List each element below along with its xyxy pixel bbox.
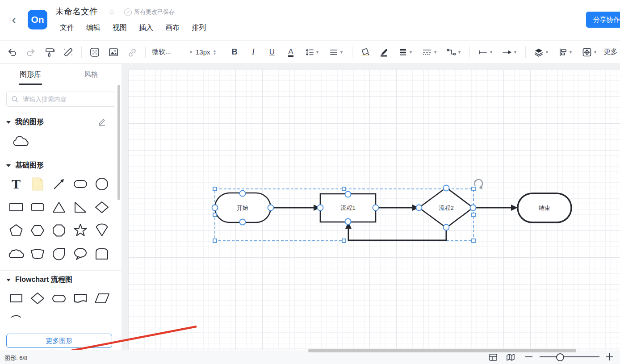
shape-hexagon[interactable] <box>27 221 48 240</box>
toolbar-more-button[interactable]: 更多 <box>603 47 618 57</box>
node-label-process1[interactable]: 流程1 <box>340 204 355 212</box>
zoom-out-button[interactable] <box>525 356 532 357</box>
shape-triangle[interactable] <box>48 198 70 217</box>
more-shapes-button[interactable]: 更多图形 <box>6 334 112 348</box>
shape-stadium[interactable] <box>70 175 91 193</box>
shape-decision[interactable] <box>27 289 48 308</box>
svg-text:T: T <box>12 176 21 191</box>
shape-sector[interactable] <box>91 221 113 240</box>
shape-circle[interactable] <box>91 175 113 193</box>
sidebar-tabs: 图形库 风格 <box>0 64 121 85</box>
underline-button[interactable]: U <box>263 44 281 60</box>
line-width-button[interactable]: ▼ <box>394 44 418 60</box>
shape-my-cloud[interactable] <box>12 133 31 149</box>
menu-arrange[interactable]: 排列 <box>192 23 206 33</box>
edit-pencil-icon[interactable] <box>97 117 106 128</box>
search-input[interactable] <box>22 95 104 103</box>
line-start-arrow-button[interactable]: ▼ <box>473 44 498 60</box>
horizontal-scrollbar[interactable] <box>308 349 576 352</box>
app-logo[interactable]: On <box>28 10 47 29</box>
shape-diamond[interactable] <box>91 198 113 217</box>
node-label-start[interactable]: 开始 <box>237 204 248 212</box>
section-title: 基础图形 <box>15 161 44 170</box>
share-collaborate-button[interactable]: 分享协作 <box>586 12 620 28</box>
shape-cloud[interactable] <box>5 244 27 263</box>
undo-button[interactable] <box>3 44 21 60</box>
insert-image-button[interactable] <box>104 44 123 60</box>
zoom-in-button[interactable] <box>606 353 613 360</box>
fill-color-button[interactable] <box>356 44 375 60</box>
font-family-select[interactable]: 微软...▼ <box>149 44 196 60</box>
shape-text[interactable]: T <box>5 175 27 193</box>
shape-partial[interactable] <box>5 312 27 318</box>
favorite-star-icon[interactable]: ☆ <box>109 7 115 17</box>
shape-search-box[interactable] <box>6 92 115 107</box>
collapse-triangle-icon[interactable] <box>6 279 11 281</box>
font-color-button[interactable]: A <box>281 44 300 60</box>
basic-shapes-grid: T <box>0 173 121 266</box>
flowchart-shapes-header[interactable]: Flowchart 流程图 <box>0 271 121 287</box>
position-button[interactable]: ▼ <box>578 44 602 60</box>
shape-right-triangle[interactable] <box>70 198 91 217</box>
menu-view[interactable]: 视图 <box>113 23 127 33</box>
font-size-input[interactable]: 13px▲▼ <box>196 44 225 60</box>
transparency-button[interactable] <box>85 44 104 60</box>
toolbar: 微软...▼ 13px▲▼ B I U A ▼ ▼ ▼ ▼ ▼ ▼ ▼ ▼ ▼ … <box>0 40 620 64</box>
font-size-stepper[interactable]: ▲▼ <box>213 49 217 55</box>
page-layout-icon[interactable] <box>489 353 498 364</box>
shape-terminator[interactable] <box>48 289 70 308</box>
insert-link-button[interactable] <box>123 44 142 60</box>
layers-button[interactable]: ▼ <box>529 44 553 60</box>
shape-rounded-top-rectangle[interactable] <box>91 244 113 263</box>
menu-file[interactable]: 文件 <box>60 23 74 33</box>
shape-process[interactable] <box>5 289 27 308</box>
chevron-down-icon: ▼ <box>189 50 193 54</box>
redo-button[interactable] <box>21 44 40 60</box>
shape-parallelogram[interactable] <box>91 289 113 308</box>
app-window: ‹ On 未命名文件 ☆ ✓ 所有更改已保存 文件 编辑 视图 插入 画布 排列… <box>0 0 620 364</box>
line-end-arrow-button[interactable]: ▼ <box>498 44 522 60</box>
shape-arc-banner[interactable] <box>27 244 48 263</box>
line-style-button[interactable]: ▼ <box>418 44 442 60</box>
shape-library-sidebar: 图形库 风格 我的图形 基础图形 T <box>0 64 122 350</box>
section-title: 我的图形 <box>15 117 44 127</box>
back-button[interactable]: ‹ <box>8 13 20 27</box>
shape-document[interactable] <box>70 289 91 308</box>
zoom-slider-track[interactable] <box>540 356 599 357</box>
shape-octagon[interactable] <box>48 221 70 240</box>
connector-style-button[interactable]: ▼ <box>442 44 466 60</box>
format-eraser-icon[interactable] <box>59 44 78 60</box>
shape-teardrop[interactable] <box>48 244 70 263</box>
menu-insert[interactable]: 插入 <box>139 23 153 33</box>
bold-button[interactable]: B <box>225 44 244 60</box>
node-label-end[interactable]: 结束 <box>539 204 550 212</box>
align-objects-button[interactable]: ▼ <box>553 44 578 60</box>
menu-canvas[interactable]: 画布 <box>165 23 180 33</box>
collapse-triangle-icon[interactable] <box>6 164 11 167</box>
shape-star[interactable] <box>70 221 91 240</box>
shape-sticky-note[interactable] <box>27 175 48 193</box>
shape-rectangle[interactable] <box>5 198 27 217</box>
shape-count-label: 图形: 6/8 <box>4 354 27 362</box>
my-shapes-header[interactable]: 我的图形 <box>0 113 121 130</box>
shape-speech-bubble[interactable] <box>70 244 91 263</box>
document-title[interactable]: 未命名文件 <box>55 6 98 17</box>
sidebar-scrollbar[interactable] <box>117 85 120 200</box>
tab-shape-library[interactable]: 图形库 <box>0 64 61 85</box>
text-align-button[interactable]: ▼ <box>324 44 348 60</box>
collapse-triangle-icon[interactable] <box>6 121 11 124</box>
minimap-icon[interactable] <box>506 353 515 364</box>
format-painter-icon[interactable] <box>40 44 59 60</box>
shape-rounded-rectangle[interactable] <box>27 198 48 217</box>
line-height-button[interactable]: ▼ <box>300 44 324 60</box>
basic-shapes-header[interactable]: 基础图形 <box>0 156 121 173</box>
italic-button[interactable]: I <box>244 44 263 60</box>
zoom-slider-knob[interactable] <box>556 353 564 361</box>
shape-arrow[interactable] <box>48 175 70 193</box>
tab-style[interactable]: 风格 <box>61 64 121 85</box>
menu-edit[interactable]: 编辑 <box>86 23 101 33</box>
toolbar-divider <box>525 46 526 58</box>
stroke-color-button[interactable] <box>375 44 394 60</box>
node-label-process2[interactable]: 流程2 <box>439 204 453 212</box>
shape-pentagon[interactable] <box>5 221 27 240</box>
